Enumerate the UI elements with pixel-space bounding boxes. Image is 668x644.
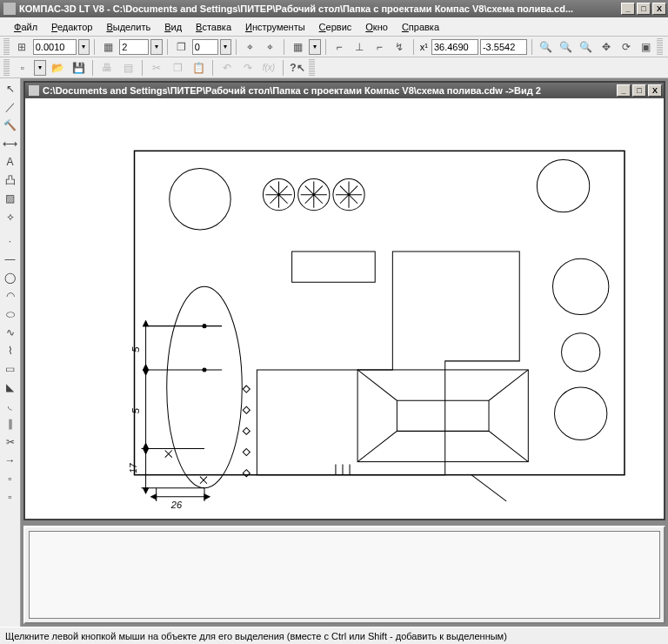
paste-icon[interactable]: 📋 bbox=[189, 59, 208, 77]
annotation-tool-icon[interactable]: 凸 bbox=[2, 171, 19, 189]
menu-tools[interactable]: Инструменты bbox=[238, 20, 312, 34]
chamfer-tool-icon[interactable]: ◣ bbox=[2, 379, 19, 396]
dim-v3: 17 bbox=[129, 463, 138, 473]
grid-icon[interactable]: ▦ bbox=[289, 38, 307, 56]
perp-icon[interactable]: ⊥ bbox=[351, 38, 369, 56]
menu-select[interactable]: Выделить bbox=[99, 20, 157, 34]
state-icon[interactable]: ▦ bbox=[99, 38, 117, 56]
hatch-tool-icon[interactable]: ▨ bbox=[2, 190, 19, 207]
fit-icon[interactable]: ▣ bbox=[637, 38, 655, 56]
coord-y-input[interactable] bbox=[480, 39, 527, 55]
toolbar-handle-end[interactable] bbox=[657, 38, 663, 56]
menu-insert[interactable]: Вставка bbox=[189, 20, 238, 34]
layers-icon[interactable]: ❐ bbox=[172, 38, 190, 56]
round-icon[interactable]: ⌐ bbox=[371, 38, 389, 56]
dim-v1: 5 bbox=[130, 346, 141, 352]
extend-tool-icon[interactable]: → bbox=[2, 452, 19, 469]
doc-close-button[interactable]: X bbox=[648, 84, 662, 97]
hammer-tool-icon[interactable]: 🔨 bbox=[2, 117, 19, 134]
app-title: КОМПАС-3D LT V8 - C:\Documents and Setti… bbox=[19, 3, 621, 14]
open-icon[interactable]: 📂 bbox=[48, 59, 67, 77]
tool-palette: ↖ ／ 🔨 ⟷ A 凸 ▨ ⟡ · — ◯ ◠ ⬭ ∿ ⌇ ▭ ◣ ◟ ∥ ✂ … bbox=[0, 78, 21, 627]
ellipse-tool-icon[interactable]: ⬭ bbox=[2, 305, 19, 323]
snap-icon[interactable]: ⌖ bbox=[241, 38, 259, 56]
scale-dropdown[interactable]: ▾ bbox=[78, 39, 90, 55]
grid-step-icon[interactable]: ⊞ bbox=[13, 38, 31, 56]
menu-service[interactable]: Сервис bbox=[312, 20, 359, 34]
fillet-tool-icon[interactable]: ◟ bbox=[2, 397, 19, 414]
minimize-button[interactable]: _ bbox=[621, 3, 635, 15]
line-tool-icon[interactable]: ／ bbox=[2, 98, 19, 116]
layer-dropdown[interactable]: ▾ bbox=[150, 39, 162, 55]
undo-icon[interactable]: ↶ bbox=[217, 59, 237, 77]
new-dropdown[interactable]: ▾ bbox=[34, 60, 46, 76]
svg-point-1 bbox=[170, 169, 230, 230]
print-icon[interactable]: 🖶 bbox=[97, 59, 117, 77]
layer-opt-input[interactable] bbox=[192, 39, 218, 55]
cut-icon[interactable]: ✂ bbox=[147, 59, 166, 77]
zoom-out-icon[interactable]: 🔍 bbox=[557, 38, 575, 56]
document-title: C:\Documents and Settings\ПИТЕР\Рабочий … bbox=[43, 85, 617, 96]
x-label: x¹ bbox=[418, 42, 430, 52]
point-tool-icon[interactable]: · bbox=[2, 232, 19, 250]
save-icon[interactable]: 💾 bbox=[69, 59, 88, 77]
local-cs-icon[interactable]: ↯ bbox=[391, 38, 409, 56]
svg-point-7 bbox=[562, 333, 600, 372]
zoom-window-icon[interactable]: 🔍 bbox=[577, 38, 595, 56]
preview-icon[interactable]: ▤ bbox=[118, 59, 137, 77]
properties-inner bbox=[29, 531, 660, 619]
pan-icon[interactable]: ✥ bbox=[597, 38, 615, 56]
grid-dropdown[interactable]: ▾ bbox=[309, 39, 320, 55]
doc-icon bbox=[29, 85, 39, 96]
offset-tool-icon[interactable]: ∥ bbox=[2, 415, 19, 433]
drawing-canvas[interactable]: 5 5 17 26 bbox=[25, 98, 664, 519]
measure-tool-icon[interactable]: ⟡ bbox=[2, 208, 19, 225]
layer-opt-dropdown[interactable]: ▾ bbox=[220, 39, 231, 55]
toolbar2-handle-end[interactable] bbox=[309, 59, 315, 77]
misc1-tool-icon[interactable]: ▫ bbox=[2, 470, 19, 487]
new-icon[interactable]: ▫ bbox=[13, 59, 32, 77]
zoom-in-icon[interactable]: 🔍 bbox=[537, 38, 555, 56]
menubar: Файл Редактор Выделить Вид Вставка Инстр… bbox=[0, 17, 668, 37]
help-icon[interactable]: ?↖ bbox=[288, 59, 307, 77]
copy-icon[interactable]: ❐ bbox=[168, 59, 187, 77]
svg-point-14 bbox=[203, 368, 206, 372]
segment-tool-icon[interactable]: — bbox=[2, 251, 19, 268]
circle-tool-icon[interactable]: ◯ bbox=[2, 269, 19, 286]
coord-x-input[interactable] bbox=[431, 39, 478, 55]
menu-file[interactable]: Файл bbox=[7, 20, 44, 34]
main-titlebar: КОМПАС-3D LT V8 - C:\Documents and Setti… bbox=[0, 0, 668, 17]
rect-tool-icon[interactable]: ▭ bbox=[2, 360, 19, 378]
document-titlebar: C:\Documents and Settings\ПИТЕР\Рабочий … bbox=[25, 83, 664, 98]
polyline-tool-icon[interactable]: ⌇ bbox=[2, 342, 19, 359]
text-tool-icon[interactable]: A bbox=[2, 153, 19, 171]
menu-view[interactable]: Вид bbox=[157, 20, 189, 34]
pointer-tool-icon[interactable]: ↖ bbox=[2, 80, 19, 97]
scale-input[interactable] bbox=[33, 39, 77, 55]
rotate-icon[interactable]: ⟳ bbox=[617, 38, 635, 56]
app-icon bbox=[3, 3, 16, 15]
menu-window[interactable]: Окно bbox=[358, 20, 395, 34]
ortho-icon[interactable]: ⌐ bbox=[331, 38, 349, 56]
layer-input[interactable] bbox=[119, 39, 149, 55]
toolbar-handle[interactable] bbox=[3, 38, 10, 56]
arc-tool-icon[interactable]: ◠ bbox=[2, 287, 19, 305]
close-button[interactable]: X bbox=[652, 3, 666, 15]
misc2-tool-icon[interactable]: ▫ bbox=[2, 488, 19, 506]
dimension-tool-icon[interactable]: ⟷ bbox=[2, 135, 19, 152]
menu-help[interactable]: Справка bbox=[395, 20, 446, 34]
trim-tool-icon[interactable]: ✂ bbox=[2, 433, 19, 451]
svg-point-6 bbox=[552, 258, 608, 314]
svg-point-12 bbox=[203, 325, 206, 328]
doc-maximize-button[interactable]: □ bbox=[632, 84, 646, 97]
statusbar: Щелкните левой кнопкой мыши на объекте д… bbox=[0, 627, 668, 644]
maximize-button[interactable]: □ bbox=[637, 3, 651, 15]
dim-h: 26 bbox=[170, 500, 183, 510]
redo-icon[interactable]: ↷ bbox=[238, 59, 257, 77]
menu-editor[interactable]: Редактор bbox=[44, 20, 99, 34]
doc-minimize-button[interactable]: _ bbox=[617, 84, 631, 97]
snap2-icon[interactable]: ⌖ bbox=[261, 38, 279, 56]
fx-icon[interactable]: f(x) bbox=[259, 59, 278, 77]
toolbar2-handle[interactable] bbox=[3, 59, 10, 77]
spline-tool-icon[interactable]: ∿ bbox=[2, 324, 19, 341]
